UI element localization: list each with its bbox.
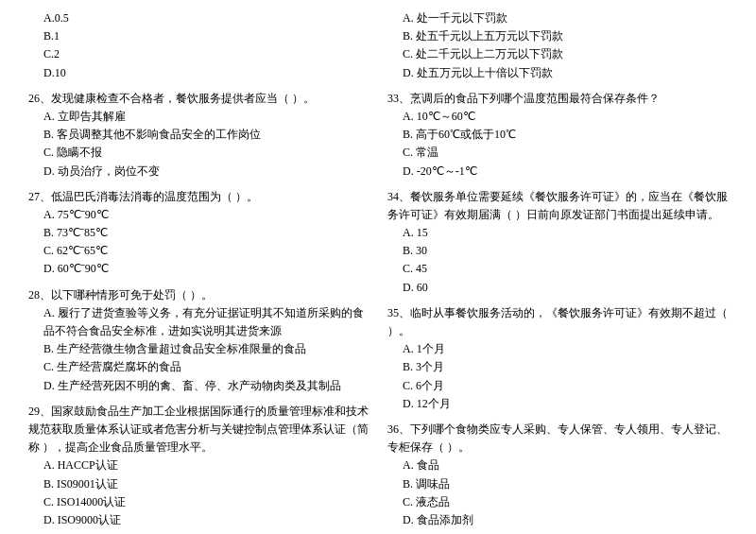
option: A. 75℃ˉ90℃ (28, 206, 369, 224)
option: C. 45 (387, 260, 728, 278)
option: D. 12个月 (387, 395, 728, 413)
question-block-35: 35、临时从事餐饮服务活动的，《餐饮服务许可证》有效期不超过（ ）。 A. 1个… (387, 304, 728, 413)
option: C. 6个月 (387, 377, 728, 395)
option: C. 常温 (387, 144, 728, 162)
right-column: A. 处一千元以下罚款 B. 处五千元以上五万元以下罚款 C. 处二千元以上二万… (387, 9, 728, 534)
option: D. -20℃～-1℃ (387, 163, 728, 181)
option: A. 处一千元以下罚款 (387, 9, 728, 27)
option: B. IS09001认证 (28, 475, 369, 493)
question-block-pre-right: A. 处一千元以下罚款 B. 处五千元以上五万元以下罚款 C. 处二千元以上二万… (387, 9, 728, 82)
question-block-28: 28、以下哪种情形可免于处罚（ ）。 A. 履行了进货查验等义务，有充分证据证明… (28, 286, 369, 395)
question-title-26: 26、发现健康检查不合格者，餐饮服务提供者应当（ ）。 (28, 90, 369, 108)
main-content: A.0.5 B.1 C.2 D.10 26、发现健康检查不合格者，餐饮服务提供者… (28, 9, 728, 534)
question-title-35: 35、临时从事餐饮服务活动的，《餐饮服务许可证》有效期不超过（ ）。 (387, 304, 728, 340)
option: D. 60 (387, 279, 728, 297)
option: C.2 (28, 45, 369, 63)
option: B. 73℃ˉ85℃ (28, 224, 369, 242)
option: D. 60℃ˉ90℃ (28, 260, 369, 278)
option: C. 处二千元以上二万元以下罚款 (387, 45, 728, 63)
page-container: A.0.5 B.1 C.2 D.10 26、发现健康检查不合格者，餐饮服务提供者… (28, 9, 728, 534)
option: D. 生产经营死因不明的禽、畜、停、水产动物肉类及其制品 (28, 377, 369, 395)
option: B. 调味品 (387, 475, 728, 493)
option: A. 立即告其解雇 (28, 108, 369, 126)
option: B.1 (28, 27, 369, 45)
option: A.0.5 (28, 9, 369, 27)
option: A. 15 (387, 224, 728, 242)
question-title-27: 27、低温巴氏消毒法消毒的温度范围为（ ）。 (28, 188, 369, 206)
question-block-34: 34、餐饮服务单位需要延续《餐饮服务许可证》的，应当在《餐饮服务许可证》有效期届… (387, 188, 728, 297)
option: D. 动员治疗，岗位不变 (28, 163, 369, 181)
option: B. 客员调整其他不影响食品安全的工作岗位 (28, 126, 369, 144)
option: C. 62℃ˉ65℃ (28, 242, 369, 260)
option: C. 液态品 (387, 493, 728, 511)
option: A. 履行了进货查验等义务，有充分证据证明其不知道所采购的食品不符合食品安全标准… (28, 304, 369, 340)
option: B. 高于60℃或低于10℃ (387, 126, 728, 144)
option: D. 处五万元以上十倍以下罚款 (387, 64, 728, 82)
option: B. 30 (387, 242, 728, 260)
option: D. ISO9000认证 (28, 511, 369, 529)
question-title-33: 33、烹调后的食品下列哪个温度范围最符合保存条件？ (387, 90, 728, 108)
option: C. 生产经营腐烂腐坏的食品 (28, 358, 369, 376)
left-column: A.0.5 B.1 C.2 D.10 26、发现健康检查不合格者，餐饮服务提供者… (28, 9, 369, 534)
question-block-27: 27、低温巴氏消毒法消毒的温度范围为（ ）。 A. 75℃ˉ90℃ B. 73℃… (28, 188, 369, 279)
option: B. 3个月 (387, 358, 728, 376)
option: A. 食品 (387, 456, 728, 474)
option: A. 1个月 (387, 340, 728, 358)
question-block-pre: A.0.5 B.1 C.2 D.10 (28, 9, 369, 82)
option: B. 生产经营微生物含量超过食品安全标准限量的食品 (28, 340, 369, 358)
option: C. ISO14000认证 (28, 493, 369, 511)
option: D.10 (28, 64, 369, 82)
option: A. 10℃～60℃ (387, 108, 728, 126)
question-title-28: 28、以下哪种情形可免于处罚（ ）。 (28, 286, 369, 304)
question-title-29: 29、国家鼓励食品生产加工企业根据国际通行的质量管理标准和技术规范获取质量体系认… (28, 403, 369, 457)
question-title-34: 34、餐饮服务单位需要延续《餐饮服务许可证》的，应当在《餐饮服务许可证》有效期届… (387, 188, 728, 224)
question-block-33: 33、烹调后的食品下列哪个温度范围最符合保存条件？ A. 10℃～60℃ B. … (387, 90, 728, 181)
option: C. 隐瞒不报 (28, 144, 369, 162)
option: B. 处五千元以上五万元以下罚款 (387, 27, 728, 45)
question-block-29: 29、国家鼓励食品生产加工企业根据国际通行的质量管理标准和技术规范获取质量体系认… (28, 403, 369, 529)
option: A. HACCP认证 (28, 456, 369, 474)
question-block-36: 36、下列哪个食物类应专人采购、专人保管、专人领用、专人登记、专柜保存（ ）。 … (387, 421, 728, 529)
question-title-36: 36、下列哪个食物类应专人采购、专人保管、专人领用、专人登记、专柜保存（ ）。 (387, 421, 728, 456)
option: D. 食品添加剂 (387, 511, 728, 529)
question-block-26: 26、发现健康检查不合格者，餐饮服务提供者应当（ ）。 A. 立即告其解雇 B.… (28, 90, 369, 181)
